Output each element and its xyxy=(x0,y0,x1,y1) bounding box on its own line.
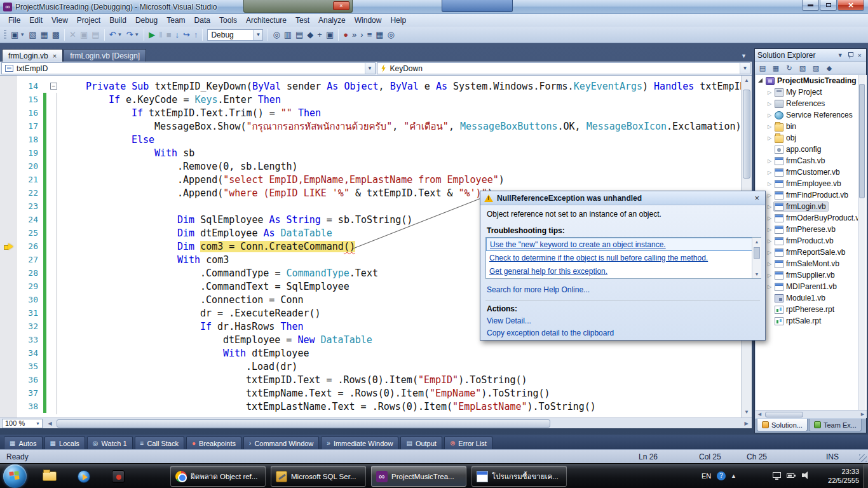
tree-item[interactable]: Module1.vb xyxy=(756,292,867,304)
tree-item[interactable]: ▷frmCash.vb xyxy=(756,155,867,166)
taskbar-button[interactable]: ∞ProjectMusicTrea... xyxy=(371,466,466,487)
troubleshooting-tip[interactable]: Check to determine if the object is null… xyxy=(486,251,761,264)
toolbar-button-save[interactable]: ▦ xyxy=(39,29,50,41)
indicator-margin-cell[interactable] xyxy=(0,400,17,413)
toolbar-button-object-browser[interactable]: ◆ xyxy=(305,29,315,41)
scrollbar-track[interactable] xyxy=(55,419,741,428)
menu-item-team[interactable]: Team xyxy=(162,15,189,26)
scroll-left-icon[interactable]: ◀ xyxy=(756,412,764,417)
troubleshooting-tip[interactable]: Get general help for this exception. xyxy=(486,264,761,278)
code-line[interactable]: 37txtEmpName.Text = .Rows(0).Item("EmpNa… xyxy=(0,386,752,400)
indicator-margin-cell[interactable] xyxy=(0,213,17,226)
tree-item[interactable]: ▷frmReportSale.vb xyxy=(756,247,867,258)
toolbar-button-immediate-window[interactable]: » xyxy=(350,29,358,41)
close-button[interactable]: ✕ xyxy=(837,0,864,11)
indicator-margin-cell[interactable] xyxy=(0,200,17,213)
tab-list-chevron-down-icon[interactable]: ▼ xyxy=(741,53,747,59)
tip-link[interactable]: Check to determine if the object is null… xyxy=(489,254,708,262)
start-button[interactable] xyxy=(3,464,27,488)
close-icon[interactable]: × xyxy=(53,52,57,60)
tree-item[interactable]: ▷frmPherese.vb xyxy=(756,224,867,235)
close-icon[interactable]: × xyxy=(856,51,864,59)
chevron-down-icon[interactable]: ▼ xyxy=(253,30,262,40)
panel-tab-command[interactable]: Command Window xyxy=(243,437,319,449)
collapsed-arrow-icon[interactable]: ▷ xyxy=(766,250,773,255)
collapsed-arrow-icon[interactable]: ▷ xyxy=(766,90,773,95)
menu-item-edit[interactable]: Edit xyxy=(25,15,47,26)
music-app-icon[interactable] xyxy=(105,465,131,487)
indicator-margin-cell[interactable] xyxy=(0,333,17,346)
resize-grip[interactable] xyxy=(859,454,867,462)
toolbar-button-step-into[interactable]: ↓ xyxy=(173,29,182,41)
language-indicator[interactable]: EN xyxy=(702,472,711,480)
indicator-margin-cell[interactable] xyxy=(0,266,17,280)
toolbar-button-find-in-files[interactable]: ◎ xyxy=(271,29,281,41)
indicator-margin-cell[interactable] xyxy=(0,159,17,173)
solution-explorer-button-view-designer[interactable]: ▨ xyxy=(810,63,822,73)
code-line[interactable]: 17MessageBox.Show("กรุณากรอกรหัสพนักงานด… xyxy=(0,119,752,133)
indicator-margin-cell[interactable] xyxy=(0,146,17,159)
tree-item[interactable]: ▷frmOderBuyProduct.vb xyxy=(756,212,867,224)
code-line[interactable]: 35.Load(dr) xyxy=(0,360,752,373)
solution-explorer-button-show-all-files[interactable]: ▦ xyxy=(770,63,782,73)
tree-item[interactable]: ▷frmCustomer.vb xyxy=(756,166,867,178)
menu-item-build[interactable]: Build xyxy=(105,15,131,26)
tree-item[interactable]: ▷obj xyxy=(756,132,867,144)
collapsed-arrow-icon[interactable]: ▷ xyxy=(766,124,773,130)
collapsed-arrow-icon[interactable]: ▷ xyxy=(766,170,773,175)
show-hidden-icons-icon[interactable]: ▲ xyxy=(731,473,736,479)
code-line[interactable]: 38txtEmpLastName.Text = .Rows(0).Item("E… xyxy=(0,400,752,413)
indicator-margin-cell[interactable] xyxy=(0,119,17,133)
maximize-button[interactable] xyxy=(820,0,837,11)
toolbar-button-extension-manager[interactable]: ▣ xyxy=(324,29,336,41)
scrollbar-thumb[interactable] xyxy=(765,412,803,417)
toolbar-button-redo[interactable]: ↷▼ xyxy=(124,29,141,41)
tree-item[interactable]: ▷frmSaleMont.vb xyxy=(756,258,867,269)
toolbar-button-undo[interactable]: ↶▼ xyxy=(107,29,125,41)
code-line[interactable]: 20.Remove(0, sb.Length) xyxy=(0,159,752,173)
indicator-margin-cell[interactable] xyxy=(0,133,17,146)
collapsed-arrow-icon[interactable]: ▷ xyxy=(766,158,773,164)
action-link[interactable]: View Detail... xyxy=(487,316,614,325)
toolbar-button-solution-explorer[interactable]: ▥ xyxy=(282,29,294,41)
collapsed-arrow-icon[interactable]: ▷ xyxy=(766,112,773,118)
help-icon[interactable]: ? xyxy=(717,471,726,480)
indicator-margin-cell[interactable] xyxy=(0,306,17,320)
menu-item-debug[interactable]: Debug xyxy=(131,15,162,26)
scroll-up-icon[interactable]: ▲ xyxy=(742,76,752,86)
code-line[interactable]: 21.Append("select EmpID,EmpName,EmpLastN… xyxy=(0,173,752,186)
search-help-online-link[interactable]: Search for more Help Online... xyxy=(487,285,590,294)
menu-item-test[interactable]: Test xyxy=(291,15,314,26)
collapsed-arrow-icon[interactable]: ▷ xyxy=(766,273,773,278)
menu-item-view[interactable]: View xyxy=(47,15,72,26)
minimize-button[interactable] xyxy=(802,0,819,11)
troubleshooting-tip[interactable]: Use the "new" keyword to create an objec… xyxy=(486,238,761,251)
scrollbar-thumb[interactable] xyxy=(859,84,865,198)
chevron-down-icon[interactable]: ▼ xyxy=(36,421,42,426)
chevron-down-icon[interactable]: ▼ xyxy=(20,32,25,37)
chevron-down-icon[interactable]: ▼ xyxy=(134,32,139,37)
solution-explorer-caption[interactable]: Solution Explorer ▼ × xyxy=(755,49,866,62)
collapsed-arrow-icon[interactable]: ▷ xyxy=(766,101,773,107)
code-line[interactable]: 15If e.KeyCode = Keys.Enter Then xyxy=(0,93,752,106)
tree-item[interactable]: ▷frmSupplier.vb xyxy=(756,269,867,281)
exception-popup-titlebar[interactable]: NullReferenceException was unhandled × xyxy=(480,191,765,205)
indicator-margin-cell[interactable] xyxy=(0,93,17,106)
document-tab[interactable]: frmLogin.vb× xyxy=(2,49,63,62)
panel-tab-locals[interactable]: Locals xyxy=(44,437,85,449)
toolbar-combo-solution-configurations[interactable]: Debug▼ xyxy=(207,29,263,41)
indicator-margin-cell[interactable] xyxy=(0,106,17,119)
tip-link[interactable]: Use the "new" keyword to create an objec… xyxy=(490,240,666,249)
menu-item-help[interactable]: Help xyxy=(386,15,410,26)
scroll-left-icon[interactable]: ◀ xyxy=(44,421,55,426)
solution-explorer-button-view-class-diagram[interactable]: ◆ xyxy=(824,63,835,73)
menu-item-tools[interactable]: Tools xyxy=(215,15,241,26)
toolbar-button-break-all[interactable]: ‖ xyxy=(157,29,164,41)
code-line[interactable]: 19With sb xyxy=(0,146,752,159)
scroll-up-icon[interactable]: ▲ xyxy=(752,238,761,246)
background-window-fragment[interactable] xyxy=(442,0,513,12)
clock[interactable]: 23:33 22/5/2555 xyxy=(818,467,859,485)
toolbar-button-open-file[interactable]: ▧ xyxy=(27,29,38,41)
zoom-dropdown[interactable]: 100 % ▼ xyxy=(2,419,43,428)
panel-tab-breakpoints[interactable]: Breakpoints xyxy=(186,437,241,449)
